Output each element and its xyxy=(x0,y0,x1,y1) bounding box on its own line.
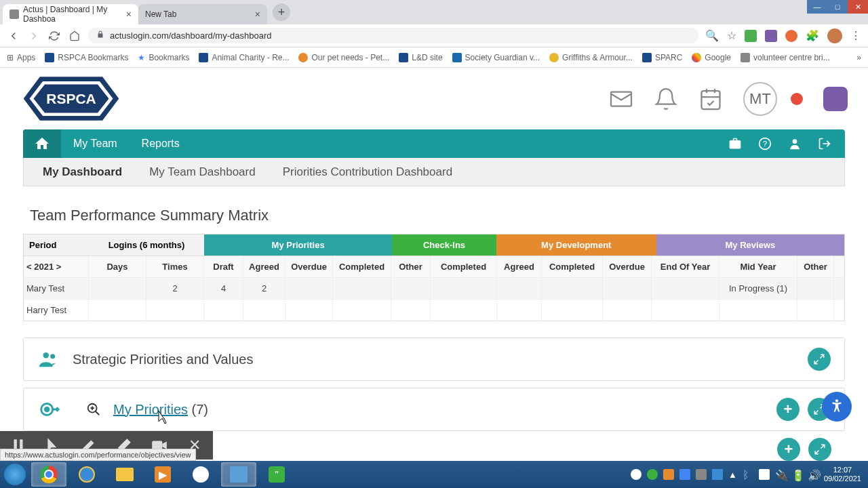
bookmark-item[interactable]: Griffiths & Armour... xyxy=(549,53,633,62)
main-nav: My Team Reports ? xyxy=(23,129,845,158)
window-minimize[interactable]: — xyxy=(807,0,827,14)
taskbar-app[interactable] xyxy=(183,462,218,487)
taskbar-chrome[interactable] xyxy=(31,462,66,487)
extensions-icon[interactable]: 🧩 xyxy=(806,29,819,42)
tray-icon[interactable] xyxy=(696,469,707,480)
extension-icon[interactable] xyxy=(745,30,757,42)
row-name: Harry Test xyxy=(24,300,89,321)
home-button[interactable] xyxy=(68,29,81,43)
start-button[interactable] xyxy=(0,461,30,488)
user-icon[interactable] xyxy=(788,137,802,150)
tray-icon[interactable] xyxy=(712,469,723,480)
new-tab-button[interactable]: + xyxy=(273,3,290,21)
col-times: Times xyxy=(146,256,204,277)
taskbar-explorer[interactable] xyxy=(107,462,142,487)
close-icon[interactable]: × xyxy=(255,9,260,20)
bookmark-item[interactable]: L&D site xyxy=(399,53,442,62)
accessibility-button[interactable] xyxy=(822,392,852,422)
network-icon[interactable]: 🔌 xyxy=(775,469,786,480)
nav-my-team[interactable]: My Team xyxy=(61,138,130,150)
status-bar-url: https://www.actuslogin.com/performance/o… xyxy=(0,449,196,461)
tray-icon[interactable] xyxy=(647,469,658,480)
browser-tab-active[interactable]: Actus | Dashboard | My Dashboa × xyxy=(3,4,138,24)
svg-rect-5 xyxy=(702,91,720,109)
matrix-title: Team Performance Summary Matrix xyxy=(30,207,838,224)
add-button[interactable]: + xyxy=(777,438,800,461)
app-header: RSPCA MT xyxy=(0,68,868,129)
add-button[interactable]: + xyxy=(776,398,800,421)
profile-avatar[interactable] xyxy=(827,28,842,43)
tab-my-team-dashboard[interactable]: My Team Dashboard xyxy=(149,165,256,179)
calendar-check-icon[interactable] xyxy=(698,87,723,111)
nav-reports[interactable]: Reports xyxy=(130,138,192,150)
table-row[interactable]: Harry Test xyxy=(24,299,844,321)
window-maximize[interactable]: □ xyxy=(827,0,848,14)
col-group-development: My Development xyxy=(496,235,656,256)
home-button[interactable] xyxy=(23,129,61,158)
period-selector[interactable]: < 2021 > xyxy=(24,256,89,277)
bluetooth-icon[interactable]: ᛒ xyxy=(743,469,753,480)
forward-button[interactable] xyxy=(27,29,41,43)
bookmark-item[interactable]: ★Bookmarks xyxy=(138,53,189,62)
reload-button[interactable] xyxy=(47,29,61,43)
expand-button[interactable] xyxy=(808,438,831,461)
bookmark-item[interactable]: Society Guardian v... xyxy=(452,53,540,62)
tab-my-dashboard[interactable]: My Dashboard xyxy=(43,165,122,179)
col-draft: Draft xyxy=(204,256,243,277)
bookmark-item[interactable]: Google xyxy=(692,53,731,62)
expand-button[interactable] xyxy=(808,348,831,371)
briefcase-icon[interactable] xyxy=(728,137,742,150)
user-avatar[interactable]: MT xyxy=(743,82,777,116)
svg-point-8 xyxy=(793,139,797,144)
tray-icon[interactable] xyxy=(663,469,674,480)
my-priorities-link[interactable]: My Priorities xyxy=(113,402,188,417)
bookmark-item[interactable]: SPARC xyxy=(642,53,682,62)
menu-icon[interactable]: ⋮ xyxy=(850,29,861,42)
bookmarks-bar: ⊞Apps RSPCA Bookmarks ★Bookmarks Animal … xyxy=(0,47,868,68)
bookmark-item[interactable]: RSPCA Bookmarks xyxy=(45,53,128,62)
tray-icon[interactable] xyxy=(679,469,690,480)
close-icon[interactable]: × xyxy=(126,9,132,20)
bookmark-item[interactable]: Our pet needs - Pet... xyxy=(298,53,389,62)
taskbar-ie[interactable] xyxy=(69,462,104,487)
magnify-icon[interactable] xyxy=(86,402,101,417)
bookmark-apps[interactable]: ⊞Apps xyxy=(7,53,35,62)
table-row[interactable]: Mary Test 2 4 2 In Progress (1) xyxy=(24,277,844,299)
col-days: Days xyxy=(89,256,146,277)
logout-icon[interactable] xyxy=(818,137,831,150)
tray-icon[interactable] xyxy=(631,469,642,480)
svg-point-10 xyxy=(50,354,55,359)
back-button[interactable] xyxy=(7,29,20,43)
window-close[interactable]: ✕ xyxy=(848,0,868,14)
taskbar-media[interactable]: ▶ xyxy=(145,462,180,487)
bell-icon[interactable] xyxy=(654,87,678,111)
bookmark-item[interactable]: Animal Charity - Re... xyxy=(199,53,289,62)
zoom-icon[interactable]: 🔍 xyxy=(705,29,719,42)
browser-tab[interactable]: New Tab × xyxy=(138,4,267,24)
extension-icon[interactable] xyxy=(785,30,797,42)
tab-priorities-contribution[interactable]: Priorities Contribution Dashboard xyxy=(283,165,452,179)
svg-text:?: ? xyxy=(763,139,768,148)
star-icon[interactable]: ☆ xyxy=(727,29,736,42)
clock[interactable]: 12:07 09/02/2021 xyxy=(824,466,861,483)
mail-icon[interactable] xyxy=(609,87,633,111)
col-group-logins: Logins (6 months) xyxy=(89,235,204,256)
action-center-icon[interactable] xyxy=(759,469,770,480)
app-launcher-button[interactable] xyxy=(823,87,848,111)
priorities-count: (7) xyxy=(192,402,208,417)
extension-icon[interactable] xyxy=(765,30,777,42)
tray-chevron[interactable]: ▲ xyxy=(728,470,737,480)
volume-icon[interactable]: 🔊 xyxy=(808,469,818,480)
col-agreed-dev: Agreed xyxy=(497,256,542,277)
col-other: Other xyxy=(391,256,431,277)
battery-icon[interactable]: 🔋 xyxy=(791,469,802,480)
bookmark-item[interactable]: volunteer centre bri... xyxy=(741,53,830,62)
taskbar-app[interactable] xyxy=(221,462,256,487)
col-group-checkins: Check-Ins xyxy=(392,235,496,256)
url-input[interactable]: actuslogin.com/dashboard/my-dashboard xyxy=(88,28,698,43)
sub-nav: My Dashboard My Team Dashboard Prioritie… xyxy=(23,158,845,186)
help-icon[interactable]: ? xyxy=(758,137,772,150)
bookmarks-overflow[interactable]: » xyxy=(856,53,861,62)
rspca-logo[interactable]: RSPCA xyxy=(20,73,122,124)
taskbar-hangouts[interactable]: " xyxy=(259,462,294,487)
